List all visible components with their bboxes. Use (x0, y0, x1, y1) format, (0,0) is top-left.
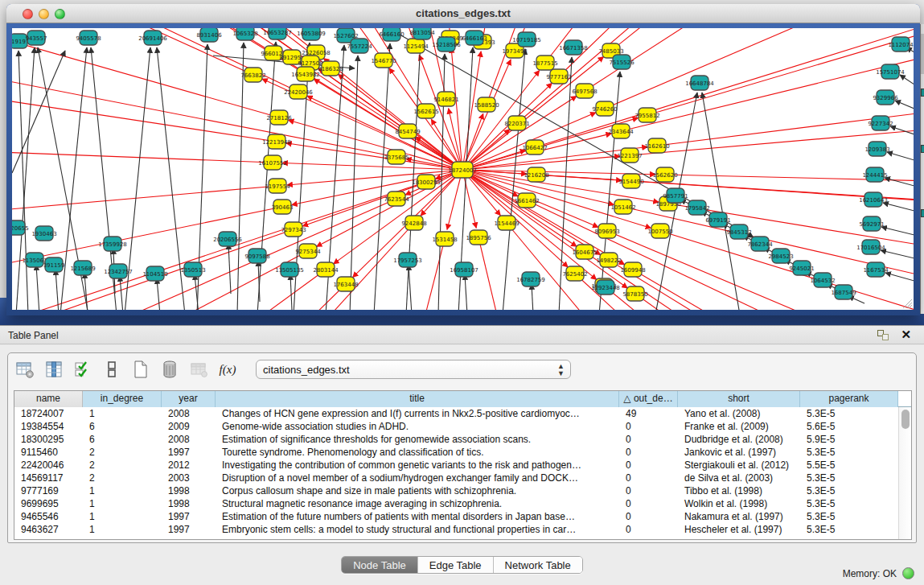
graph-node-teal[interactable]: 17016504 (856, 240, 885, 254)
citation-edge-black[interactable] (885, 178, 914, 186)
graph-node-yellow[interactable]: 1562615 (413, 104, 438, 118)
citation-edge-red[interactable] (462, 170, 625, 265)
graph-node-yellow[interactable]: 2718126 (266, 110, 292, 125)
citation-edge-black[interactable] (885, 273, 914, 281)
graph-node-yellow[interactable]: 8186328 (318, 61, 343, 76)
graph-node-yellow[interactable]: 1197554 (265, 179, 290, 193)
table-settings-button[interactable] (14, 359, 35, 380)
graph-node-teal[interactable]: 2520655 (12, 220, 29, 235)
new-table-button[interactable] (130, 359, 151, 380)
graph-node-teal[interactable]: 16053809 (297, 28, 326, 40)
graph-node-teal[interactable]: 13505135 (275, 262, 304, 277)
citation-edge-black[interactable] (890, 126, 914, 134)
citation-edge-red[interactable] (604, 286, 914, 310)
column-header-title[interactable]: title (216, 391, 619, 407)
citation-edge-red[interactable] (647, 28, 914, 115)
citation-edge-red[interactable] (545, 28, 914, 63)
citation-edge-red[interactable] (286, 143, 462, 170)
graph-node-yellow[interactable]: 7297343 (281, 222, 306, 237)
graph-node-teal[interactable]: 17957253 (393, 253, 422, 267)
graph-node-teal[interactable]: 9405578 (76, 31, 101, 45)
graph-node-teal[interactable]: 1687549 (831, 285, 856, 299)
table-select-dropdown[interactable]: citations_edges.txt ▲▼ (256, 360, 571, 379)
table-row[interactable]: 1938455462009Genome-wide association stu… (14, 420, 898, 433)
graph-node-yellow[interactable]: 3375685 (384, 150, 409, 164)
citation-edge-red[interactable] (611, 28, 914, 51)
table-row[interactable]: 977716911998Corpus callosum shape and si… (14, 484, 898, 497)
graph-node-yellow[interactable]: 1066427 (522, 140, 547, 154)
graph-node-teal[interactable]: 10653287 (263, 28, 292, 39)
graph-node-yellow[interactable]: 6497568 (572, 84, 597, 98)
graph-node-yellow[interactable]: 1154469 (494, 216, 519, 230)
citation-edge-black[interactable] (36, 265, 39, 310)
graph-node-yellow[interactable]: 1588520 (474, 97, 499, 112)
citation-edge-black[interactable] (55, 270, 59, 310)
graph-node-teal[interactable]: 7557224 (347, 39, 372, 53)
table-row[interactable]: 946554611997Estimation of the future num… (14, 510, 898, 523)
citation-edge-red[interactable] (462, 170, 597, 279)
table-scrollbar[interactable] (898, 407, 911, 539)
graph-node-teal[interactable]: 1065328 (232, 28, 257, 40)
column-header-short[interactable]: short (678, 391, 800, 407)
graph-node-yellow[interactable]: 1221397 (617, 148, 642, 163)
table-panel-titlebar[interactable]: Table Panel ✕ (0, 325, 924, 344)
table-scrollbar-thumb[interactable] (901, 410, 910, 429)
graph-node-teal[interactable]: 943557 (26, 31, 47, 45)
graph-node-yellow[interactable]: 9154490 (618, 174, 643, 188)
canvas-resize-grip[interactable] (901, 297, 912, 308)
graph-node-teal[interactable]: 8813054 (409, 28, 435, 39)
function-builder-button[interactable]: f(x) (217, 359, 238, 380)
citation-edge-red[interactable] (12, 270, 326, 310)
column-header-out_degree[interactable]: △ out_de… (619, 391, 678, 407)
citation-edge-black[interactable] (16, 47, 35, 310)
graph-node-yellow[interactable]: 18300295 (412, 175, 441, 189)
graph-node-yellow[interactable]: 7955812 (634, 108, 659, 122)
graph-node-yellow[interactable]: 1162610 (644, 138, 669, 153)
graph-node-yellow[interactable]: 7623544 (384, 192, 409, 206)
citation-edge-black[interactable] (532, 284, 533, 310)
column-header-pagerank[interactable]: pagerank (800, 391, 898, 407)
graph-node-yellow[interactable]: 5878350 (622, 286, 647, 301)
table-row[interactable]: 1456911722003Disruption of a novel membe… (14, 472, 898, 484)
citation-edge-red[interactable] (12, 182, 426, 310)
graph-node-teal[interactable]: 1930463 (31, 226, 56, 241)
graph-node-teal[interactable]: 9857791 (663, 188, 688, 203)
citation-edge-black[interactable] (881, 227, 914, 235)
graph-node-teal[interactable]: 15751074 (876, 64, 905, 79)
network-canvas[interactable]: 9660128891295425226058912750816543982818… (12, 28, 914, 310)
graph-node-teal[interactable]: 16958107 (450, 262, 478, 277)
graph-node-yellow[interactable]: 8220371 (504, 116, 529, 130)
column-header-in_degree[interactable]: in_degree (83, 391, 162, 407)
graph-node-teal[interactable]: 6466160 (379, 28, 404, 41)
table-row[interactable]: 911546021997Tourette syndrome. Phenomeno… (14, 446, 898, 459)
graph-node-teal[interactable]: 9227342 (868, 116, 893, 130)
citation-edge-black[interactable] (237, 43, 244, 310)
citation-edge-black[interactable] (887, 152, 914, 160)
graph-node-yellow[interactable]: 1877515 (532, 56, 557, 70)
graph-node-yellow[interactable]: 390463 (272, 200, 294, 214)
column-header-year[interactable]: year (162, 391, 216, 407)
graph-node-teal[interactable]: 2984523 (768, 249, 793, 263)
graph-node-teal[interactable]: 391159 (43, 257, 65, 272)
citation-edge-black[interactable] (881, 250, 914, 258)
citation-edge-black[interactable] (409, 265, 412, 310)
select-rows-button[interactable] (72, 359, 93, 380)
graph-node-teal[interactable]: 16648784 (685, 76, 714, 90)
graph-node-yellow[interactable]: 7625402 (562, 266, 587, 281)
table-row[interactable]: 946362711997Embryonic stem cells: a mode… (14, 523, 898, 536)
graph-node-yellow[interactable]: 1216208 (524, 167, 548, 182)
graph-node-yellow[interactable]: 8096953 (594, 224, 619, 238)
citation-edge-black[interactable] (120, 276, 123, 310)
graph-node-yellow[interactable]: 16107552 (258, 155, 287, 170)
graph-node-teal[interactable]: 6979191 (705, 212, 730, 227)
citation-edge-black[interactable] (465, 274, 467, 310)
delete-table-button[interactable] (159, 359, 180, 380)
column-header-name[interactable]: name (14, 391, 83, 407)
citation-edge-black[interactable] (18, 51, 28, 310)
citation-edge-black[interactable] (895, 101, 914, 109)
graph-node-teal[interactable]: 1350513 (180, 262, 205, 277)
window-titlebar[interactable]: citations_edges.txt (6, 4, 920, 23)
graph-node-teal[interactable]: 16210643 (859, 192, 888, 207)
graph-node-yellow[interactable]: 9242848 (401, 216, 426, 230)
table-row[interactable]: 969969511998Structural magnetic resonanc… (14, 497, 898, 510)
